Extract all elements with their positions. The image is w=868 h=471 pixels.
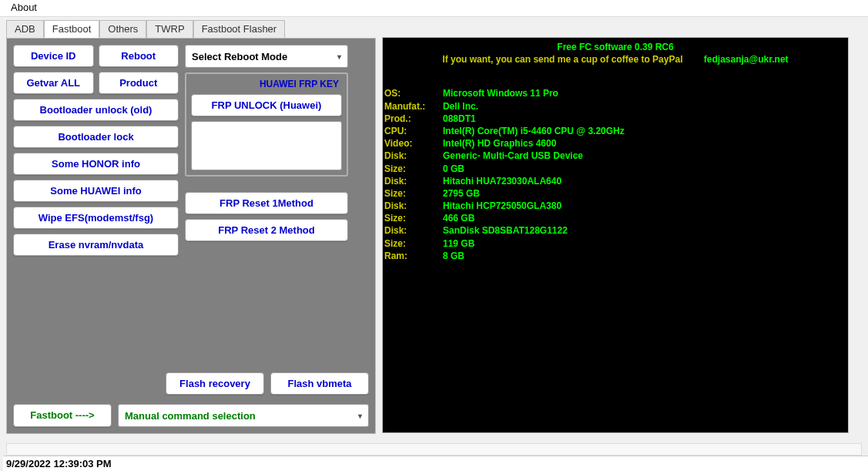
console-row-value: Intel(R) Core(TM) i5-4460 CPU @ 3.20GHz [443, 125, 625, 137]
console-row-value: 2795 GB [443, 187, 480, 200]
console-row: Size:466 GB [384, 212, 846, 224]
console-row-label: OS: [384, 87, 443, 99]
console-row-label: Disk: [384, 150, 443, 162]
footer-row: Fastboot ----> Manual command selection … [13, 404, 369, 427]
console-row-value: 466 GB [443, 212, 474, 224]
tabs-region: ADB Fastboot Others TWRP Fastboot Flashe… [6, 20, 376, 434]
bootloader-unlock-old-button[interactable]: Bootloader unlock (old) [13, 99, 179, 121]
console-row: Prod.:088DT1 [384, 113, 846, 125]
console-donate-text: If you want, you can send me a cup of co… [442, 54, 682, 65]
console-row-label: Size: [384, 212, 443, 224]
tab-twrp[interactable]: TWRP [146, 20, 193, 38]
product-button[interactable]: Product [99, 72, 179, 94]
console-row: Size:2795 GB [384, 187, 846, 200]
flash-vbmeta-button[interactable]: Flash vbmeta [270, 372, 369, 395]
console-row-label: CPU: [384, 125, 443, 137]
tab-others[interactable]: Others [99, 20, 146, 38]
console-row-value: Hitachi HCP725050GLA380 [443, 200, 561, 212]
console-row-label: Video: [384, 137, 443, 150]
erase-nvram-button[interactable]: Erase nvram/nvdata [13, 234, 179, 256]
console-row: Disk:Generic- Multi-Card USB Device [384, 150, 846, 162]
console-row-label: Prod.: [384, 113, 443, 125]
huawei-frp-group: HUAWEI FRP KEY FRP UNLOCK (Huawei) [185, 72, 348, 177]
console-row-label: Ram: [384, 250, 443, 262]
console-donate-line: If you want, you can send me a cup of co… [384, 53, 846, 66]
console-row-label: Size: [384, 187, 443, 200]
menu-about[interactable]: About [6, 0, 42, 15]
frp-reset-1-button[interactable]: FRP Reset 1Method [185, 192, 348, 214]
bootloader-lock-button[interactable]: Bootloader lock [13, 126, 179, 148]
getvar-all-button[interactable]: Getvar ALL [13, 72, 94, 94]
console-row-value: Hitachi HUA723030ALA640 [443, 175, 561, 187]
console-output: Free FC software 0.39 RC6 If you want, y… [382, 37, 849, 433]
console-row: CPU:Intel(R) Core(TM) i5-4460 CPU @ 3.20… [384, 125, 846, 137]
frp-reset-2-button[interactable]: FRP Reset 2 Method [185, 219, 348, 241]
some-honor-info-button[interactable]: Some HONOR info [13, 153, 179, 175]
console-row-label: Disk: [384, 224, 443, 237]
console-row: Disk:Hitachi HUA723030ALA640 [384, 175, 846, 187]
console-row-value: SanDisk SD8SBAT128G1122 [443, 224, 568, 237]
fastboot-right-column: Select Reboot Mode ▾ HUAWEI FRP KEY FRP … [185, 45, 348, 256]
content-area: ADB Fastboot Others TWRP Fastboot Flashe… [0, 17, 868, 434]
status-bar [6, 443, 862, 456]
console-row-value: 088DT1 [443, 113, 476, 125]
console-row-value: 119 GB [443, 237, 474, 250]
datetime-label: 9/29/2022 12:39:03 PM [3, 456, 868, 471]
flash-recovery-button[interactable]: Flash recovery [166, 372, 264, 395]
select-reboot-mode-label: Select Reboot Mode [192, 51, 287, 62]
console-row-value: 8 GB [443, 250, 464, 262]
some-huawei-info-button[interactable]: Some HUAWEI info [13, 180, 179, 202]
console-row-label: Size: [384, 237, 443, 250]
console-row-value: Intel(R) HD Graphics 4600 [443, 137, 556, 150]
console-row: OS:Microsoft Windows 11 Pro [384, 87, 846, 99]
fastboot-panel: Device ID Reboot Getvar ALL Product Boot… [6, 38, 376, 434]
console-info-rows: OS:Microsoft Windows 11 ProManufat.:Dell… [384, 87, 846, 262]
console-row-value: Dell Inc. [443, 100, 478, 113]
chevron-down-icon: ▾ [337, 52, 341, 61]
frp-key-input[interactable] [191, 121, 342, 170]
console-row-label: Manufat.: [384, 100, 443, 113]
tabstrip: ADB Fastboot Others TWRP Fastboot Flashe… [6, 20, 376, 38]
fastboot-exec-button[interactable]: Fastboot ----> [13, 404, 112, 427]
fastboot-left-column: Device ID Reboot Getvar ALL Product Boot… [13, 45, 179, 256]
console-row: Video:Intel(R) HD Graphics 4600 [384, 137, 846, 150]
console-row-label: Disk: [384, 175, 443, 187]
console-row-label: Size: [384, 163, 443, 175]
tab-fastboot-flasher[interactable]: Fastboot Flasher [193, 20, 286, 38]
reboot-button[interactable]: Reboot [99, 45, 179, 67]
console-row: Manufat.:Dell Inc. [384, 100, 846, 113]
frp-unlock-huawei-button[interactable]: FRP UNLOCK (Huawei) [191, 94, 342, 116]
tab-fastboot[interactable]: Fastboot [44, 20, 100, 38]
flash-row: Flash recovery Flash vbmeta [166, 372, 369, 395]
chevron-down-icon: ▾ [358, 412, 362, 420]
frp-group-title: HUAWEI FRP KEY [191, 79, 342, 89]
menu-bar: About [0, 0, 868, 17]
manual-command-label: Manual command selection [125, 410, 256, 422]
console-row: Ram:8 GB [384, 250, 846, 262]
console-row: Disk:SanDisk SD8SBAT128G1122 [384, 224, 846, 237]
console-donate-email: fedjasanja@ukr.net [704, 54, 789, 65]
console-row: Disk:Hitachi HCP725050GLA380 [384, 200, 846, 212]
console-title: Free FC software 0.39 RC6 [384, 41, 846, 53]
tab-adb[interactable]: ADB [6, 20, 44, 38]
console-row-value: 0 GB [443, 163, 464, 175]
console-row-value: Microsoft Windows 11 Pro [443, 87, 558, 99]
select-reboot-mode[interactable]: Select Reboot Mode ▾ [185, 45, 348, 68]
device-id-button[interactable]: Device ID [13, 45, 94, 67]
console-row-label: Disk: [384, 200, 443, 212]
console-row-value: Generic- Multi-Card USB Device [443, 150, 583, 162]
wipe-efs-button[interactable]: Wipe EFS(modemst/fsg) [13, 207, 179, 229]
console-row: Size:119 GB [384, 237, 846, 250]
manual-command-select[interactable]: Manual command selection ▾ [118, 404, 369, 427]
console-row: Size:0 GB [384, 163, 846, 175]
